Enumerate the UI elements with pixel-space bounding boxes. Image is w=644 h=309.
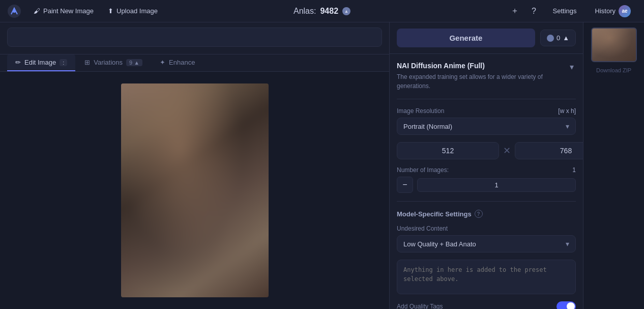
- history-thumbnail[interactable]: [591, 27, 637, 62]
- right-panel: Generate 0 ▲ NAI Diffusion Anime (Full) …: [390, 22, 583, 309]
- cost-arrow-icon: ▲: [563, 34, 569, 42]
- pencil-icon: ✏: [15, 59, 21, 66]
- generate-button[interactable]: Generate: [397, 29, 535, 47]
- chevron-down-icon: ▾: [566, 122, 569, 130]
- main-layout: ✏ Edit Image : ⊞ Variations 9 ▲ ✦ Enhanc…: [0, 22, 644, 309]
- svg-point-1: [13, 10, 16, 13]
- topbar-nav: 🖌 Paint New Image ⬆ Upload Image: [27, 5, 507, 17]
- model-specific-header: Model-Specific Settings ?: [397, 210, 576, 218]
- resolution-label: Image Resolution [w x h]: [397, 107, 576, 115]
- model-info: NAI Diffusion Anime (Full) The expanded …: [397, 61, 576, 91]
- anlas-value: 9482: [320, 7, 338, 16]
- canvas-area: [0, 72, 389, 309]
- center-panel: ✏ Edit Image : ⊞ Variations 9 ▲ ✦ Enhanc…: [0, 22, 390, 309]
- help-icon[interactable]: ?: [475, 210, 483, 218]
- undesired-content-dropdown[interactable]: Low Quality + Bad Anato ▾: [397, 235, 576, 252]
- anlas-cost-display[interactable]: 0 ▲: [540, 30, 576, 46]
- model-description: The expanded training set allows for a w…: [397, 72, 568, 91]
- app-logo: [6, 3, 22, 19]
- height-input[interactable]: [515, 142, 583, 159]
- number-images-row: − 1: [397, 177, 576, 193]
- model-collapse-button[interactable]: ▾: [568, 61, 576, 73]
- variations-badge: 9 ▲: [126, 59, 142, 66]
- divider-2: [397, 201, 576, 202]
- number-of-images-section: Number of Images: 1 − 1: [397, 166, 576, 193]
- settings-panel: NAI Diffusion Anime (Full) The expanded …: [390, 54, 583, 309]
- paint-new-image-button[interactable]: 🖌 Paint New Image: [27, 5, 100, 17]
- variations-icon: ⊞: [84, 59, 90, 66]
- model-specific-label: Model-Specific Settings: [397, 210, 472, 218]
- model-info-text: NAI Diffusion Anime (Full) The expanded …: [397, 61, 568, 91]
- quality-tags-row: Add Quality Tags: [397, 301, 576, 309]
- tabs-bar: ✏ Edit Image : ⊞ Variations 9 ▲ ✦ Enhanc…: [0, 54, 389, 72]
- download-zip-label: Download ZIP: [596, 67, 631, 73]
- number-decrement-button[interactable]: −: [397, 177, 413, 193]
- history-label: History: [595, 7, 616, 15]
- topbar-right: ＋ ? Settings History ae: [507, 3, 638, 20]
- tab-enhance[interactable]: ✦ Enhance: [152, 54, 203, 71]
- anlas-icon: ▲: [342, 7, 350, 15]
- toggle-track[interactable]: [557, 301, 576, 309]
- anlas-display: Anlas: 9482 ▲: [294, 7, 350, 16]
- tab-edit-image-label: Edit Image: [24, 59, 56, 66]
- tab-edit-image[interactable]: ✏ Edit Image :: [7, 54, 75, 71]
- paint-new-image-label: Paint New Image: [43, 7, 94, 15]
- toggle-thumb: [567, 302, 575, 309]
- resolution-preset-label: Portrait (Normal): [403, 123, 452, 130]
- undesired-textarea[interactable]: [397, 260, 576, 294]
- anlas-label: Anlas:: [294, 7, 316, 16]
- upload-image-label: Upload Image: [116, 7, 158, 15]
- quality-tags-label: Add Quality Tags: [397, 303, 443, 309]
- canvas-image: [121, 83, 269, 297]
- resolution-inputs: ✕: [397, 142, 576, 159]
- history-panel: Download ZIP: [583, 22, 644, 309]
- add-button[interactable]: ＋: [507, 4, 522, 19]
- tab-enhance-label: Enhance: [169, 59, 195, 66]
- resolution-preset-dropdown[interactable]: Portrait (Normal) ▾: [397, 118, 576, 135]
- avatar: ae: [619, 5, 631, 17]
- resolution-label-right: [w x h]: [558, 107, 576, 115]
- upload-image-button[interactable]: ⬆ Upload Image: [102, 5, 164, 17]
- width-input[interactable]: [397, 142, 499, 159]
- cost-icon: [547, 35, 554, 42]
- resolution-separator-icon: ✕: [503, 145, 511, 157]
- topbar: 🖌 Paint New Image ⬆ Upload Image Anlas: …: [0, 0, 644, 22]
- image-resolution-section: Image Resolution [w x h] Portrait (Norma…: [397, 107, 576, 135]
- model-title: NAI Diffusion Anime (Full): [397, 61, 568, 70]
- upload-icon: ⬆: [108, 7, 113, 15]
- undesired-chevron-icon: ▾: [566, 240, 569, 248]
- edit-image-badge: :: [60, 59, 67, 66]
- tab-variations[interactable]: ⊞ Variations 9 ▲: [76, 54, 151, 71]
- divider-1: [397, 99, 576, 99]
- enhance-icon: ✦: [160, 59, 165, 66]
- number-images-value: 1: [572, 166, 576, 174]
- number-images-label: Number of Images: 1: [397, 166, 576, 174]
- settings-button[interactable]: Settings: [546, 5, 584, 17]
- tab-variations-label: Variations: [94, 59, 123, 66]
- undesired-content-label: Undesired Content: [397, 225, 576, 232]
- paint-icon: 🖌: [34, 7, 40, 15]
- number-images-display: 1: [417, 178, 576, 192]
- prompt-input[interactable]: [7, 27, 382, 47]
- cost-value: 0: [557, 34, 560, 42]
- undesired-preset-label: Low Quality + Bad Anato: [403, 240, 476, 248]
- undesired-content-section: Undesired Content Low Quality + Bad Anat…: [397, 225, 576, 252]
- settings-label: Settings: [553, 7, 577, 15]
- help-button[interactable]: ?: [526, 4, 542, 19]
- generate-section: Generate 0 ▲: [390, 22, 583, 54]
- prompt-area: [0, 22, 389, 54]
- quality-tags-toggle[interactable]: [557, 301, 576, 309]
- history-button[interactable]: History ae: [588, 3, 638, 20]
